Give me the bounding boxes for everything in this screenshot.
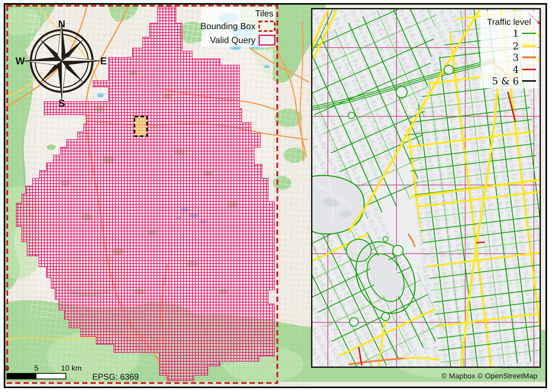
scale-tick-0: 0 <box>5 364 9 372</box>
traffic-level-2-label: 2 <box>513 41 519 52</box>
map-figure-frame: N S E W Tiles Bounding Box Valid Query 0… <box>4 3 547 388</box>
traffic-detail-panel: Traffic level 1 2 3 4 5 & 6 <box>311 8 541 368</box>
traffic-legend: Traffic level 1 2 3 4 5 & 6 <box>481 11 538 88</box>
traffic-level-4-label: 4 <box>513 64 519 75</box>
traffic-level-1-label: 1 <box>513 28 519 39</box>
scale-tick-5: 5 <box>34 364 38 372</box>
tiles-legend: Tiles Bounding Box Valid Query <box>200 7 275 47</box>
legend-label-valid-query: Valid Query <box>210 35 255 45</box>
legend-swatch-valid-query <box>259 35 275 45</box>
compass-north-label: N <box>58 18 65 29</box>
traffic-level-3-label: 3 <box>513 52 519 63</box>
tiles-legend-title: Tiles <box>255 8 273 18</box>
traffic-level-5-6-label: 5 & 6 <box>492 75 519 87</box>
compass-south-label: S <box>58 98 65 109</box>
epsg-label: EPSG: 6369 <box>92 372 139 381</box>
traffic-map: Traffic level 1 2 3 4 5 & 6 <box>312 9 540 367</box>
compass-west-label: W <box>15 55 25 67</box>
figure: N S E W Tiles Bounding Box Valid Query 0… <box>0 0 552 392</box>
map-attribution: © Mapbox © OpenStreetMap <box>442 371 538 380</box>
compass-east-label: E <box>100 55 107 67</box>
legend-label-bounding-box: Bounding Box <box>200 21 255 31</box>
zoom-extent-rect <box>135 117 147 136</box>
scale-tick-10: 10 km <box>61 364 82 372</box>
traffic-legend-title: Traffic level <box>487 17 531 27</box>
